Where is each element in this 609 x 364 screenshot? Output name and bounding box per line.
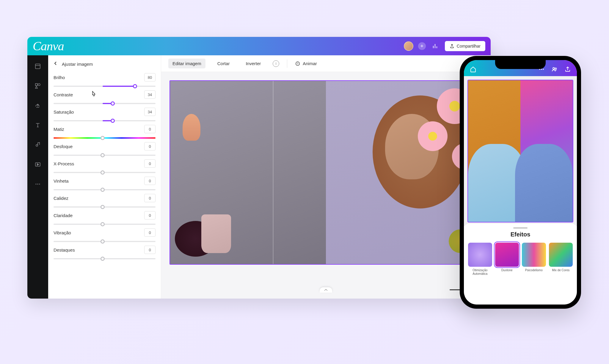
panel-header: Ajustar imagem xyxy=(48,55,161,71)
canvas-viewport[interactable] xyxy=(161,72,491,299)
slider-track[interactable] xyxy=(54,258,156,259)
effect-item[interactable]: Mix de Cores xyxy=(549,243,573,276)
edit-image-button[interactable]: Editar imagem xyxy=(168,59,205,68)
slider-value[interactable]: 34 xyxy=(144,108,156,116)
uploads-icon[interactable] xyxy=(34,102,42,109)
slider-track[interactable] xyxy=(54,241,156,242)
effects-title: Efeitos xyxy=(464,231,577,238)
slider-thumb[interactable] xyxy=(133,84,137,88)
slider-thumb[interactable] xyxy=(101,153,105,157)
slider-label: Calidez xyxy=(54,196,68,201)
side-rail xyxy=(27,55,48,299)
slider-row: Saturação34 xyxy=(54,108,156,121)
slider-row: Matiz0 xyxy=(54,125,156,139)
text-icon[interactable] xyxy=(34,121,42,129)
slider-track[interactable] xyxy=(54,224,156,225)
slider-thumb[interactable] xyxy=(111,101,115,106)
slider-thumb[interactable] xyxy=(101,239,105,244)
slider-thumb[interactable] xyxy=(101,257,105,261)
effect-thumbnail xyxy=(468,243,492,267)
user-avatar[interactable] xyxy=(404,41,413,51)
slider-thumb[interactable] xyxy=(101,205,105,209)
elements-icon[interactable] xyxy=(34,82,42,90)
sparkle-icon xyxy=(295,61,300,66)
slider-row: Calidez0 xyxy=(54,194,156,208)
selected-image[interactable] xyxy=(169,80,482,265)
slider-thumb[interactable] xyxy=(101,222,105,226)
back-chevron-icon[interactable] xyxy=(54,61,58,67)
export-icon[interactable] xyxy=(564,65,572,73)
slider-row: Contraste34 xyxy=(54,90,156,104)
flip-button[interactable]: Inverter xyxy=(241,59,265,68)
home-icon[interactable] xyxy=(469,65,477,73)
slider-value[interactable]: 0 xyxy=(144,159,156,168)
animate-button[interactable]: Animar xyxy=(295,61,317,66)
sliders-list: Brilho80Contraste34Saturação34Matiz0Desf… xyxy=(48,71,161,299)
effects-row: Otimização AutomáticaDuotonePsicodelismo… xyxy=(464,243,577,276)
slider-label: Vinheta xyxy=(54,178,69,183)
share-label: Compartilhar xyxy=(457,44,481,48)
phone-canvas[interactable] xyxy=(464,76,577,226)
drag-handle[interactable] xyxy=(513,227,528,229)
slider-track[interactable] xyxy=(54,137,156,139)
slider-value[interactable]: 0 xyxy=(144,125,156,133)
desktop-app-window: Canva + Compartilhar xyxy=(27,37,491,299)
effect-item[interactable]: Psicodelismo xyxy=(522,243,546,276)
effect-label: Mix de Cores xyxy=(552,269,569,272)
split-divider[interactable] xyxy=(273,81,273,264)
slider-value[interactable]: 0 xyxy=(144,194,156,202)
insights-icon[interactable] xyxy=(431,41,440,51)
slider-track[interactable] xyxy=(54,206,156,208)
slider-label: Contraste xyxy=(54,92,73,97)
svg-point-10 xyxy=(543,69,544,70)
share-button[interactable]: Compartilhar xyxy=(445,41,485,51)
slider-track[interactable] xyxy=(54,189,156,190)
slider-value[interactable]: 0 xyxy=(144,177,156,185)
crop-button[interactable]: Cortar xyxy=(213,59,234,68)
slider-value[interactable]: 0 xyxy=(144,246,156,254)
effect-thumbnail xyxy=(549,243,573,267)
svg-point-9 xyxy=(541,69,542,70)
info-icon[interactable]: i xyxy=(273,60,279,67)
slider-track[interactable] xyxy=(54,103,156,104)
add-button[interactable]: + xyxy=(418,42,426,50)
slider-thumb[interactable] xyxy=(101,170,105,175)
slider-label: Claridade xyxy=(54,213,73,218)
slider-track[interactable] xyxy=(54,155,156,156)
titlebar-actions: + Compartilhar xyxy=(404,41,485,51)
effect-item[interactable]: Duotone xyxy=(495,243,519,276)
templates-icon[interactable] xyxy=(34,62,42,70)
video-icon[interactable] xyxy=(34,161,42,168)
more-icon[interactable] xyxy=(34,180,42,188)
image-after xyxy=(326,81,482,264)
brand-logo: Canva xyxy=(33,39,64,53)
svg-point-12 xyxy=(555,68,557,70)
phone-notch xyxy=(495,60,546,69)
slider-thumb[interactable] xyxy=(101,136,105,140)
slider-thumb[interactable] xyxy=(101,188,105,192)
canvas-area: Editar imagem Cortar Inverter i Animar xyxy=(161,55,491,299)
separator xyxy=(287,59,287,68)
slider-row: Claridade0 xyxy=(54,211,156,225)
expand-handle[interactable] xyxy=(320,287,332,293)
effect-label: Psicodelismo xyxy=(525,269,543,272)
slider-track[interactable] xyxy=(54,172,156,173)
slider-track[interactable] xyxy=(54,120,156,121)
adjust-panel: Ajustar imagem Brilho80Contraste34Satura… xyxy=(48,55,161,299)
slider-track[interactable] xyxy=(54,86,156,87)
slider-value[interactable]: 0 xyxy=(144,228,156,237)
svg-rect-1 xyxy=(35,84,37,86)
app-body: Ajustar imagem Brilho80Contraste34Satura… xyxy=(27,55,491,299)
slider-value[interactable]: 0 xyxy=(144,142,156,150)
audio-icon[interactable] xyxy=(34,141,42,149)
collaborators-icon[interactable] xyxy=(551,65,558,73)
phone-selected-image[interactable] xyxy=(467,80,573,222)
slider-value[interactable]: 34 xyxy=(144,90,156,99)
effect-item[interactable]: Otimização Automática xyxy=(468,243,492,276)
slider-label: X-Process xyxy=(54,161,74,166)
animate-label: Animar xyxy=(303,61,317,66)
effect-label: Duotone xyxy=(501,269,513,272)
slider-value[interactable]: 80 xyxy=(144,73,156,81)
slider-thumb[interactable] xyxy=(111,119,115,123)
slider-value[interactable]: 0 xyxy=(144,211,156,219)
